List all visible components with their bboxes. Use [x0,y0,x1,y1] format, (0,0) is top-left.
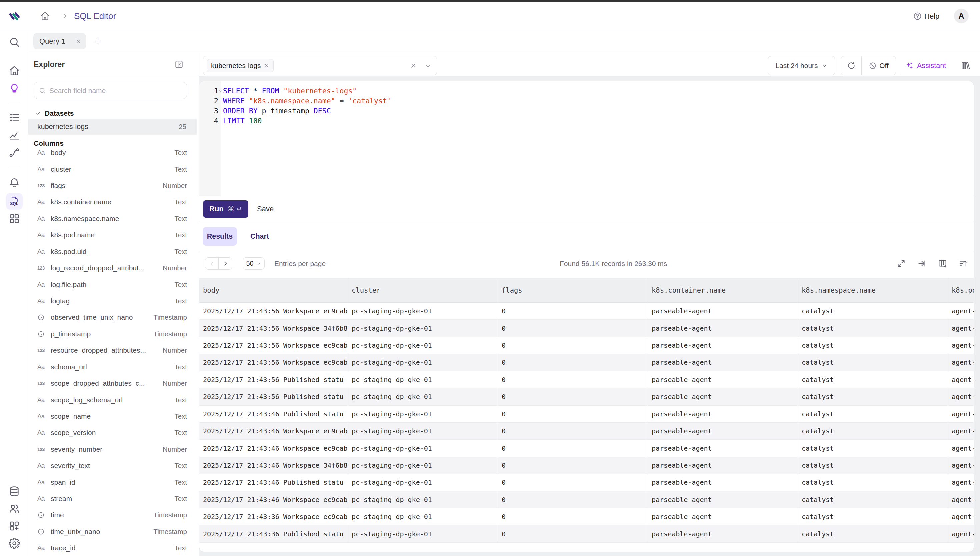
insights-lightbulb-icon[interactable] [9,83,20,94]
datasets-section-header[interactable]: Datasets [35,108,74,119]
manage-columns-icon[interactable] [938,259,947,268]
tab-results[interactable]: Results [203,227,237,246]
field-row-resource-dropped-attributes-[interactable]: 123resource_dropped_attributes...Number [28,342,199,359]
integrations-icon[interactable] [9,520,20,532]
table-row-3[interactable]: 2025/12/17 21:43:56 Workspace ec9cabpc-s… [199,354,974,371]
field-row-observed-time-unix-nano[interactable]: observed_time_unix_nanoTimestamp [28,309,199,326]
column-header-2[interactable]: flags [498,278,647,302]
table-row-8[interactable]: 2025/12/17 21:43:46 Workspace ec9cabpc-s… [199,440,974,457]
field-row-flags[interactable]: 123flagsNumber [28,177,199,194]
breadcrumb-home-icon[interactable] [40,11,50,21]
avatar[interactable]: A [954,9,969,23]
field-type-icon: Aa [37,495,51,502]
field-row-trace-id[interactable]: Aatrace_idText [28,540,199,556]
tab-query-1[interactable]: Query 1 [33,33,86,49]
datasets-database-icon[interactable] [9,486,20,497]
field-row-logtag[interactable]: AalogtagText [28,293,199,309]
table-row-9[interactable]: 2025/12/17 21:43:46 Workspace 34f6b8pc-s… [199,457,974,474]
assistant-button[interactable]: Assistant [905,56,946,75]
chip-remove-icon[interactable] [264,63,269,68]
cell-11-5: agent-w [948,491,974,508]
field-row-span-id[interactable]: Aaspan_idText [28,474,199,490]
sort-rows-icon[interactable] [959,259,968,268]
field-row-k8s-pod-uid[interactable]: Aak8s.pod.uidText [28,243,199,260]
expand-icon[interactable] [897,259,906,268]
breadcrumb-chevron-icon [61,13,68,19]
dataset-select[interactable]: kubernetes-logs [203,56,437,75]
time-range-select[interactable]: Last 24 hours [768,56,835,75]
column-header-1[interactable]: cluster [348,278,498,302]
field-row-log-file-path[interactable]: Aalog.file.pathText [28,276,199,293]
trace-flow-icon[interactable] [9,147,20,158]
sql-editor-code[interactable]: SELECT * FROM "kubernetes-logs"WHERE "k8… [223,86,391,126]
field-row-log-record-dropped-attribut-[interactable]: 123log_record_dropped_attribut...Number [28,260,199,276]
field-row-p-timestamp[interactable]: p_timestampTimestamp [28,326,199,342]
tab-close-icon[interactable] [75,38,81,44]
field-row-scope-dropped-attributes-c-[interactable]: 123scope_dropped_attributes_c...Number [28,375,199,391]
field-name: scope_dropped_attributes_c... [51,379,163,387]
field-row-stream[interactable]: AastreamText [28,490,199,507]
add-tab-icon[interactable] [94,37,102,45]
search-field-input[interactable]: Search field name [34,82,187,99]
table-row-10[interactable]: 2025/12/17 21:43:46 Published statupc-st… [199,474,974,491]
users-icon[interactable] [9,503,20,514]
live-tail-toggle[interactable]: Off [862,57,896,75]
table-row-0[interactable]: 2025/12/17 21:43:56 Workspace ec9cabpc-s… [199,303,974,320]
table-row-1[interactable]: 2025/12/17 21:43:56 Workspace 34f6b8pc-s… [199,320,974,337]
field-row-scope-name[interactable]: Aascope_nameText [28,408,199,424]
table-row-11[interactable]: 2025/12/17 21:43:46 Workspace ec9cabpc-s… [199,491,974,508]
field-row-body[interactable]: AabodyText [28,145,199,161]
home-icon[interactable] [9,65,20,76]
library-books-icon[interactable] [960,61,970,71]
column-header-3[interactable]: k8s.container.name [647,278,798,302]
dataset-item-kubernetes-logs[interactable]: kubernetes-logs 25 [28,119,197,135]
column-header-4[interactable]: k8s.namespace.name [798,278,948,302]
table-row-6[interactable]: 2025/12/17 21:43:46 Published statupc-st… [199,406,974,423]
field-row-severity-number[interactable]: 123severity_numberNumber [28,441,199,457]
table-row-4[interactable]: 2025/12/17 21:43:56 Published statupc-st… [199,371,974,388]
page-size-select[interactable]: 50 [243,257,265,270]
search-icon[interactable] [9,36,20,48]
next-page-button[interactable] [219,258,232,269]
table-row-5[interactable]: 2025/12/17 21:43:56 Published statupc-st… [199,388,974,405]
parseable-logo-icon[interactable] [9,10,21,22]
settings-gear-icon[interactable] [9,538,20,549]
cell-3-4: catalyst [798,354,948,371]
field-row-severity-text[interactable]: Aaseverity_textText [28,457,199,474]
chart-icon[interactable] [9,130,20,141]
field-row-k8s-container-name[interactable]: Aak8s.container.nameText [28,194,199,210]
tab-chart[interactable]: Chart [250,227,270,246]
page-title[interactable]: SQL Editor [74,2,116,30]
save-button[interactable]: Save [257,200,274,218]
field-row-k8s-pod-name[interactable]: Aak8s.pod.nameText [28,227,199,243]
apps-grid-icon[interactable] [9,213,20,224]
dataset-chip[interactable]: kubernetes-logs [207,59,274,72]
column-header-5[interactable]: k8s.po [948,278,974,302]
table-row-7[interactable]: 2025/12/17 21:43:46 Workspace ec9cabpc-s… [199,423,974,440]
refresh-button[interactable] [841,57,862,75]
run-button[interactable]: Run ⌘ ↵ [203,200,248,218]
table-row-12[interactable]: 2025/12/17 21:43:36 Workspace ec9cabpc-s… [199,508,974,525]
select-clear-icon[interactable] [410,62,417,69]
divider [199,196,974,196]
field-row-cluster[interactable]: AaclusterText [28,161,199,177]
list-view-icon[interactable] [9,112,20,123]
field-row-time-unix-nano[interactable]: time_unix_nanoTimestamp [28,523,199,540]
fold-chevron-icon[interactable] [219,89,223,93]
prev-page-button[interactable] [205,258,219,269]
field-row-time[interactable]: timeTimestamp [28,507,199,523]
notifications-bell-icon[interactable] [9,177,20,189]
cell-12-3: parseable-agent [647,508,798,525]
field-row-scope-version[interactable]: Aascope_versionText [28,425,199,441]
field-row-schema-url[interactable]: Aaschema_urlText [28,359,199,375]
table-row-13[interactable]: 2025/12/17 21:43:36 Published statupc-st… [199,525,974,542]
collapse-panel-icon[interactable] [175,60,183,69]
field-row-scope-log-schema-url[interactable]: Aascope_log_schema_urlText [28,392,199,408]
select-chevron-icon[interactable] [425,62,431,69]
table-row-2[interactable]: 2025/12/17 21:43:56 Workspace ec9cabpc-s… [199,337,974,354]
sql-editor-nav-active[interactable]: SQL [6,193,23,210]
jump-to-end-icon[interactable] [917,259,926,268]
field-row-k8s-namespace-name[interactable]: Aak8s.namespace.nameText [28,210,199,227]
help-button[interactable]: Help [913,2,939,30]
column-header-0[interactable]: body [199,278,348,302]
